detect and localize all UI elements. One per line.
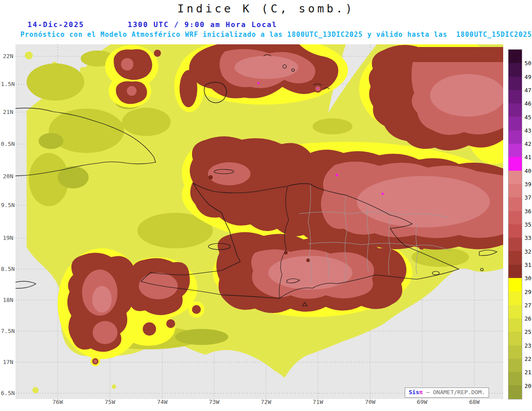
lon-tick-label: 74W	[153, 399, 171, 406]
colorbar-tick-label: 40	[524, 168, 532, 174]
colorbar-tick-label: 23.9	[524, 342, 532, 349]
colorbar-tick-label: 27.8	[524, 302, 532, 309]
colorbar-tick-label: 33.9	[524, 235, 532, 241]
lon-tick-label: 70W	[361, 399, 379, 406]
attribution-box: Sisπ – ONAMET/REP.DOM.	[405, 388, 489, 398]
colorbar-segment	[509, 157, 522, 170]
colorbar-tick-label: 45.2	[524, 114, 532, 121]
map-plot-area	[16, 44, 503, 399]
weather-chart-page: { "header": { "title": "Indice K (C, som…	[0, 0, 532, 411]
colorbar-segment	[509, 291, 522, 305]
colorbar-tick-label: 35.2	[524, 221, 532, 228]
colorbar-segment	[509, 345, 522, 359]
colorbar-segment	[509, 372, 522, 385]
colorbar-tick-label: 22.6	[524, 356, 532, 362]
colorbar-tick-label: 32.6	[524, 248, 532, 255]
lat-tick-label: 21N	[1, 109, 13, 116]
valid-date: 14-Dic-2025	[27, 20, 84, 29]
colorbar-segment	[509, 103, 522, 117]
colorbar-segment	[509, 63, 522, 76]
colorbar-segment	[509, 90, 522, 103]
colorbar-segment	[509, 130, 522, 144]
colorbar-tick-label: 39.1	[524, 181, 532, 188]
colorbar-tick-label: 43.9	[524, 127, 532, 134]
colorbar-tick-label: 46.5	[524, 100, 532, 107]
colorbar-segment	[509, 238, 522, 251]
colorbar-segment	[509, 265, 522, 278]
lat-tick-label: 20N	[1, 173, 13, 180]
brand-sis: Sis	[409, 389, 419, 395]
colorbar-segment	[509, 359, 522, 372]
colorbar-tick-label: 37.8	[524, 194, 532, 201]
valid-time: 1300 UTC / 9:00 am Hora Local	[128, 20, 277, 29]
colorbar-tick-label: 36.5	[524, 208, 532, 215]
colorbar-segment	[509, 224, 522, 238]
lat-tick-label: 8.5N	[1, 266, 13, 273]
lat-tick-label: 9.5N	[1, 202, 13, 209]
lat-tick-label: 6.5N	[1, 390, 13, 397]
lat-tick-label: 0.5N	[1, 141, 13, 148]
colorbar-segment	[509, 77, 522, 90]
colorbar-segment	[509, 278, 522, 291]
page-title: Indice K (C, somb.)	[0, 2, 532, 15]
colorbar-segment	[509, 251, 522, 264]
colorbar-tick-label: 31.3	[524, 262, 532, 268]
colorbar-segment	[509, 305, 522, 318]
colorbar-tick-label: 42.6	[524, 141, 532, 147]
colorbar-segment	[509, 385, 522, 399]
colorbar-segment	[509, 332, 522, 345]
lat-tick-label: 7.5N	[1, 328, 13, 335]
colorbar-segment	[509, 50, 522, 63]
colorbar-tick-label: 47.8	[524, 87, 532, 94]
colorbar-segment	[509, 197, 522, 211]
colorbar-segment	[509, 318, 522, 332]
weather-map	[16, 44, 503, 399]
lon-tick-label: 76W	[49, 399, 66, 406]
lon-tick-label: 72W	[257, 399, 275, 406]
colorbar-segment	[509, 184, 522, 197]
lon-tick-label: 75W	[101, 399, 119, 406]
colorbar-segment	[509, 117, 522, 130]
colorbar-segment	[509, 211, 522, 224]
forecast-description: Pronóstico con el Modelo Atmosférico WRF…	[20, 31, 532, 39]
colorbar-tick-label: 26.5	[524, 315, 532, 322]
lat-tick-label: 18N	[1, 297, 13, 304]
lon-tick-label: 73W	[205, 399, 223, 406]
colorbar-tick-label: 41.3	[524, 154, 532, 160]
lat-tick-label: 19N	[1, 235, 13, 242]
lon-tick-label: 69W	[413, 399, 431, 406]
colorbar-segment	[509, 171, 522, 184]
colorbar-tick-label: 20	[524, 383, 532, 389]
colorbar	[509, 50, 522, 399]
colorbar-tick-label: 50	[524, 60, 532, 67]
lat-tick-label: 17N	[1, 359, 13, 366]
lon-tick-label: 68W	[466, 399, 483, 406]
lon-tick-label: 71W	[309, 399, 327, 406]
colorbar-segment	[509, 144, 522, 157]
colorbar-tick-label: 25.2	[524, 329, 532, 335]
colorbar-tick-label: 21.3	[524, 369, 532, 376]
lat-tick-label: 22N	[1, 53, 13, 60]
colorbar-tick-label: 30	[524, 275, 532, 282]
lat-tick-label: 1.5N	[1, 81, 13, 88]
attribution-text: – ONAMET/REP.DOM.	[422, 389, 485, 395]
colorbar-tick-label: 49.1	[524, 74, 532, 80]
colorbar-tick-label: 29.1	[524, 289, 532, 295]
